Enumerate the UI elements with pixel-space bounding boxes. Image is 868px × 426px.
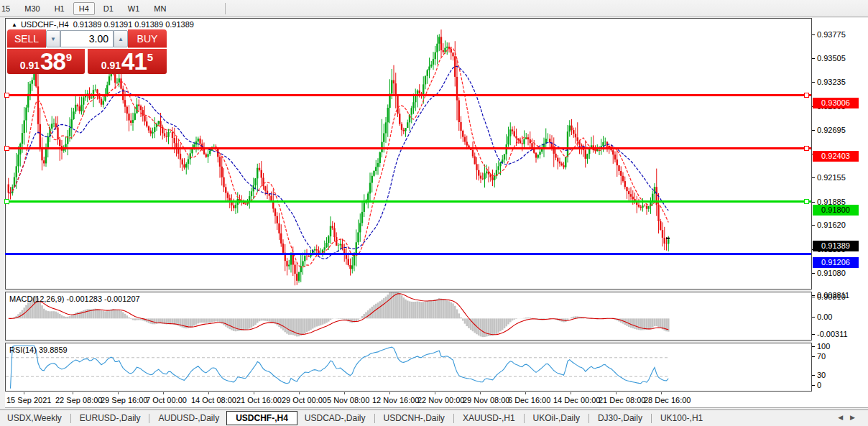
- price-tick: 0.92695: [817, 126, 846, 134]
- timeframe-15[interactable]: 15: [0, 2, 16, 15]
- tab-usdcnh-daily[interactable]: USDCNH-,Daily: [377, 411, 452, 425]
- time-tick-mark: [435, 392, 435, 394]
- timeframe-mn[interactable]: MN: [148, 2, 172, 15]
- tab-xauusd-h1[interactable]: XAUUSD-,H1: [456, 411, 522, 425]
- chart-symbol: USDCHF-,H4: [21, 20, 69, 29]
- time-tick-mark: [208, 392, 209, 394]
- time-tick-mark: [24, 392, 24, 394]
- timeframe-m30[interactable]: M30: [19, 2, 45, 15]
- macd-indicator-panel[interactable]: MACD(12,26,9) -0.001283 -0.001207: [5, 292, 812, 341]
- time-tick-mark: [254, 392, 254, 394]
- tab-separator: [524, 414, 525, 423]
- time-tick: 14 Dec 00:00: [553, 396, 600, 404]
- sell-price-button[interactable]: 0.91 38 9: [7, 49, 85, 74]
- tab-separator: [651, 414, 652, 423]
- macd-tick: -0.00311: [817, 330, 848, 338]
- sell-price-sup: 9: [66, 51, 72, 63]
- time-tick: 29 Nov 08:00: [463, 396, 509, 404]
- timeframe-w1[interactable]: W1: [122, 2, 146, 15]
- line-anchor[interactable]: [804, 146, 809, 151]
- time-tick-mark: [525, 392, 526, 394]
- horizontal-line-0.92403[interactable]: [5, 147, 811, 149]
- price-tick: 0.93235: [817, 78, 846, 86]
- time-tick-mark: [389, 392, 390, 394]
- chart-title: ▲USDCHF-,H4 0.91389 0.91391 0.91389 0.91…: [11, 20, 194, 29]
- line-anchor[interactable]: [4, 199, 9, 204]
- horizontal-line-0.918[interactable]: [5, 200, 811, 203]
- time-tick: 28 Dec 16:00: [644, 396, 691, 404]
- tab-separator: [453, 414, 454, 423]
- sell-price-big: 38: [40, 52, 65, 72]
- sell-button[interactable]: SELL: [7, 29, 46, 48]
- macd-tick: 0.003811: [817, 291, 849, 300]
- tab-uk100-h1[interactable]: UK100-,H1: [653, 411, 710, 425]
- volume-decrease-button[interactable]: ▼: [46, 30, 60, 47]
- time-tick-mark: [480, 392, 481, 394]
- tab-scroll-right-icon[interactable]: ▶: [850, 414, 862, 421]
- tab-eurusd-daily[interactable]: EURUSD-,Daily: [73, 411, 148, 425]
- price-tick: 0.91620: [817, 221, 846, 229]
- toolbar-separator: [225, 3, 226, 14]
- time-tick: 29 Sep 16:00: [101, 396, 147, 404]
- rsi-indicator-panel[interactable]: RSI(14) 39.8859: [5, 343, 812, 392]
- volume-input[interactable]: 3.00: [60, 30, 114, 47]
- time-tick: 14 Oct 08:00: [191, 396, 236, 404]
- buy-button[interactable]: BUY: [128, 29, 167, 48]
- time-tick-mark: [118, 392, 119, 394]
- tab-dj30-daily[interactable]: DJ30-,Daily: [591, 411, 650, 425]
- time-tick-mark: [299, 392, 300, 394]
- price-tick: 0.91080: [817, 269, 846, 277]
- time-tick: 29 Oct 00:00: [282, 396, 327, 404]
- timeframe-d1[interactable]: D1: [98, 2, 119, 15]
- line-anchor[interactable]: [804, 93, 809, 98]
- rsi-tick: 70: [817, 352, 826, 361]
- timeframe-h4[interactable]: H4: [73, 2, 95, 15]
- buy-price-button[interactable]: 0.91 41 5: [88, 49, 167, 74]
- price-axis[interactable]: 0.937750.935050.932350.929650.926950.924…: [812, 18, 868, 408]
- tab-usdchf-h4[interactable]: USDCHF-,H4: [226, 411, 297, 425]
- sell-price-prefix: 0.91: [20, 60, 40, 72]
- tab-separator: [588, 414, 589, 423]
- price-tick: 0.93505: [817, 54, 846, 62]
- macd-tick: 0.00: [817, 312, 832, 321]
- buy-price-big: 41: [121, 52, 147, 72]
- tab-usdcad-daily[interactable]: USDCAD-,Daily: [297, 411, 373, 425]
- price-badge-0.92403: 0.92403: [813, 151, 859, 162]
- timeframe-h1[interactable]: H1: [49, 2, 70, 15]
- collapse-arrow-icon[interactable]: ▲: [11, 22, 17, 28]
- chart-tab-bar: USDX,WeeklyEURUSD-,DailyAUDUSD-,DailyUSD…: [0, 409, 868, 426]
- rsi-tick: 30: [817, 371, 826, 379]
- time-tick: 12 Nov 16:00: [372, 396, 419, 404]
- tab-separator: [149, 414, 149, 423]
- price-badge-0.91206: 0.91206: [813, 257, 859, 268]
- tab-scroll-left-icon[interactable]: ◀: [838, 414, 850, 421]
- rsi-tick: 0: [817, 381, 821, 389]
- buy-price-prefix: 0.91: [101, 60, 121, 72]
- horizontal-line-0.93006[interactable]: [5, 94, 811, 96]
- one-click-trading-panel: SELL ▼ 3.00 ▲ BUY 0.91 38 9 0.91 41 5: [7, 29, 167, 74]
- volume-increase-button[interactable]: ▲: [114, 30, 128, 47]
- chart-ohlc-values: 0.91389 0.91391 0.91389 0.91389: [73, 20, 194, 29]
- price-tick: 0.93775: [817, 30, 846, 39]
- tab-audusd-daily[interactable]: AUDUSD-,Daily: [151, 411, 226, 425]
- tab-separator: [374, 414, 375, 423]
- line-anchor[interactable]: [804, 199, 809, 204]
- time-tick: 21 Oct 16:00: [236, 396, 282, 404]
- horizontal-line-0.91206[interactable]: [5, 253, 811, 255]
- price-badge-0.91389: 0.91389: [813, 241, 859, 251]
- rsi-plot[interactable]: [6, 343, 811, 391]
- price-badge-0.93006: 0.93006: [813, 98, 859, 108]
- time-tick: 5 Nov 08:00: [327, 396, 369, 404]
- line-anchor[interactable]: [4, 93, 9, 98]
- tab-usdx-weekly[interactable]: USDX,Weekly: [0, 411, 69, 425]
- time-axis[interactable]: 15 Sep 202122 Sep 08:0029 Sep 16:007 Oct…: [5, 392, 868, 408]
- time-tick-mark: [73, 392, 73, 394]
- line-anchor[interactable]: [4, 146, 9, 151]
- macd-label: MACD(12,26,9) -0.001283 -0.001207: [9, 295, 140, 303]
- chevron-up-icon: ▲: [118, 36, 124, 42]
- timeframe-toolbar: 15M30H1H4D1W1MN: [0, 0, 868, 17]
- time-tick: 21 Dec 08:00: [599, 396, 645, 404]
- tab-ukoil-daily[interactable]: UKOil-,Daily: [526, 411, 587, 425]
- time-tick-mark: [616, 392, 617, 394]
- tab-separator: [70, 414, 71, 423]
